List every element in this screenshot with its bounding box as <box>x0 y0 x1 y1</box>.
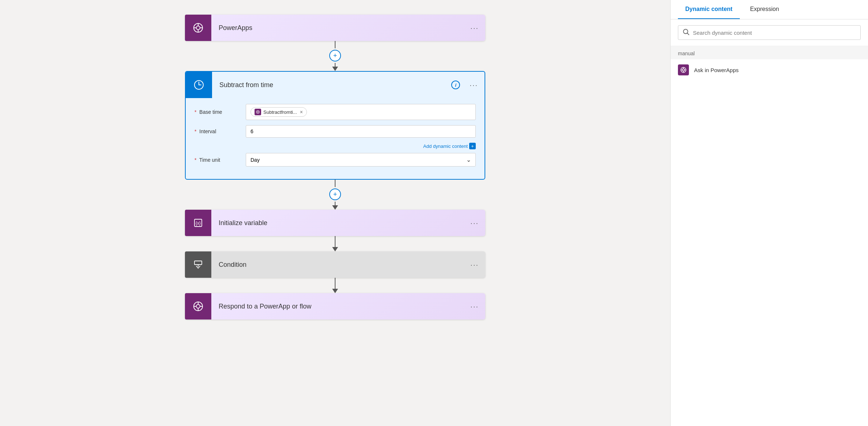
interval-row: * Interval <box>194 125 476 138</box>
search-box[interactable] <box>678 25 861 40</box>
powerapps-block-icon <box>185 15 211 41</box>
connector-2: + <box>329 180 341 210</box>
svg-line-20 <box>687 33 689 35</box>
subtract-icon <box>192 78 205 91</box>
subtract-icon-bg <box>186 72 212 98</box>
interval-required: * <box>194 128 196 134</box>
search-icon <box>683 29 689 37</box>
chevron-down-icon: ⌄ <box>466 156 471 163</box>
line-3 <box>335 236 335 247</box>
initvar-menu[interactable]: ··· <box>464 219 485 227</box>
tab-dynamic-content[interactable]: Dynamic content <box>678 0 740 19</box>
base-time-input[interactable]: Subtractfromti... × <box>246 104 476 120</box>
line-2 <box>335 180 335 187</box>
connector-3 <box>332 236 338 251</box>
arrow-3 <box>332 247 338 251</box>
respond-menu[interactable]: ··· <box>464 302 485 311</box>
panel-section-manual: manual <box>671 46 868 59</box>
ask-powerapps-label: Ask in PowerApps <box>694 67 739 73</box>
condition-icon-bg <box>185 251 211 278</box>
powerapps-block[interactable]: PowerApps ··· <box>185 15 485 41</box>
ask-powerapps-icon <box>680 66 687 74</box>
interval-input[interactable] <box>246 125 476 138</box>
subtract-menu[interactable]: ··· <box>463 81 485 89</box>
flow-canvas: PowerApps ··· + Subtra <box>0 0 670 426</box>
add-step-1[interactable]: + <box>329 50 341 61</box>
search-svg-icon <box>683 29 689 35</box>
line-2b <box>335 202 335 205</box>
time-unit-select[interactable]: Day ⌄ <box>246 153 476 167</box>
respond-icon <box>192 300 205 313</box>
connector-4 <box>332 278 338 293</box>
subtract-block[interactable]: Subtract from time i ··· * Base time <box>185 71 485 180</box>
svg-point-22 <box>682 69 685 71</box>
interval-label: * Interval <box>194 128 246 134</box>
base-time-token[interactable]: Subtractfromti... × <box>251 107 307 117</box>
token-chip-icon <box>255 109 261 115</box>
subtract-info[interactable]: i <box>451 81 460 89</box>
add-dynamic-row: Add dynamic content + <box>194 143 476 149</box>
search-dynamic-input[interactable] <box>693 30 856 36</box>
arrow-1 <box>332 67 338 71</box>
arrow-4 <box>332 289 338 293</box>
base-time-row: * Base time Subtractfromti... <box>194 104 476 120</box>
time-unit-required: * <box>194 157 196 163</box>
panel-search-area <box>671 19 868 46</box>
flow-container: PowerApps ··· + Subtra <box>170 15 500 320</box>
tab-expression[interactable]: Expression <box>743 0 786 19</box>
condition-title: Condition <box>211 261 464 269</box>
add-dynamic-plus-icon: + <box>469 143 476 149</box>
svg-point-8 <box>257 112 259 113</box>
condition-icon <box>192 258 205 271</box>
initvar-icon-bg: {x} <box>185 210 211 236</box>
powerapps-menu[interactable]: ··· <box>464 24 485 32</box>
svg-point-1 <box>196 26 200 30</box>
svg-point-7 <box>256 111 259 113</box>
panel-tabs: Dynamic content Expression <box>671 0 868 19</box>
svg-text:{x}: {x} <box>196 221 201 226</box>
subtract-title: Subtract from time <box>212 81 451 89</box>
svg-rect-11 <box>194 261 202 265</box>
token-close[interactable]: × <box>300 109 303 115</box>
base-time-required: * <box>194 109 196 115</box>
subtract-body: * Base time Subtractfromti... <box>186 98 485 179</box>
powerapps-title: PowerApps <box>211 24 464 32</box>
respond-icon-bg <box>185 293 211 320</box>
base-time-label: * Base time <box>194 109 246 115</box>
time-unit-row: * Time unit Day ⌄ <box>194 153 476 167</box>
svg-point-14 <box>196 304 200 308</box>
initvar-title: Initialize variable <box>211 219 464 227</box>
panel-item-ask-powerapps[interactable]: Ask in PowerApps <box>671 59 868 81</box>
right-panel: Dynamic content Expression manual <box>670 0 868 426</box>
respond-block[interactable]: Respond to a PowerApp or flow ··· <box>185 293 485 320</box>
add-dynamic-link[interactable]: Add dynamic content + <box>423 143 476 149</box>
initvar-block[interactable]: {x} Initialize variable ··· <box>185 210 485 236</box>
line-4 <box>335 278 335 289</box>
respond-title: Respond to a PowerApp or flow <box>211 303 464 310</box>
time-unit-label: * Time unit <box>194 157 246 163</box>
connector-1: + <box>329 41 341 71</box>
panel-item-icon-ask <box>678 64 689 75</box>
arrow-2 <box>332 205 338 210</box>
token-label: Subtractfromti... <box>263 109 297 115</box>
add-step-2[interactable]: + <box>329 188 341 200</box>
powerapps-icon <box>192 21 205 34</box>
condition-block[interactable]: Condition ··· <box>185 251 485 278</box>
line-1b <box>335 63 335 67</box>
initvar-icon: {x} <box>192 216 205 229</box>
subtract-header: Subtract from time i ··· <box>186 72 485 98</box>
token-powerapps-icon <box>256 110 260 114</box>
line-1 <box>335 41 335 48</box>
condition-menu[interactable]: ··· <box>464 261 485 269</box>
